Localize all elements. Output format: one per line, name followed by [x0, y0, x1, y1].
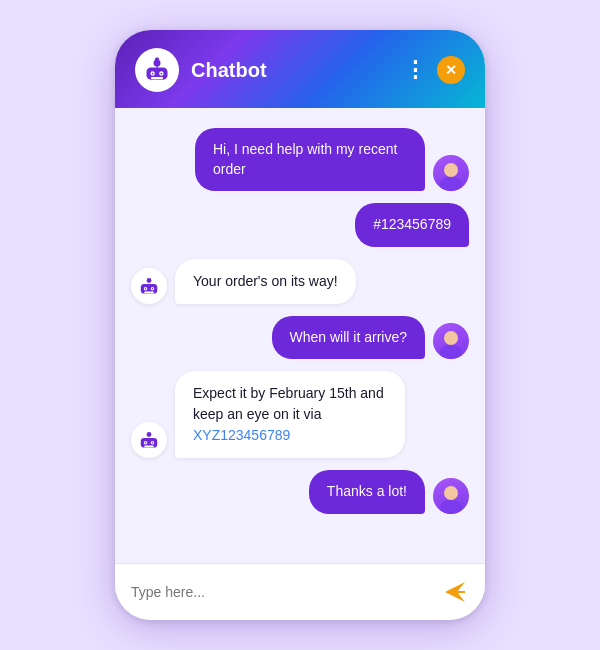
chat-messages: Hi, I need help with my recent order #12…: [115, 108, 485, 563]
bot-bubble: Your order's on its way!: [175, 259, 356, 304]
svg-point-7: [152, 73, 154, 75]
list-item: Your order's on its way!: [131, 259, 469, 304]
bot-avatar: [131, 268, 167, 304]
svg-point-21: [145, 442, 146, 443]
user-bubble: Hi, I need help with my recent order: [195, 128, 425, 191]
svg-point-5: [155, 58, 159, 62]
tracking-link[interactable]: XYZ123456789: [193, 427, 290, 443]
bot-bubble-with-link: Expect it by February 15th and keep an e…: [175, 371, 405, 458]
header-actions: ⋮ ✕: [404, 56, 465, 84]
list-item: Thanks a lot!: [131, 470, 469, 514]
list-item: Hi, I need help with my recent order: [131, 128, 469, 191]
user-avatar-face: [433, 323, 469, 359]
send-icon: [441, 578, 469, 606]
user-bubble: #123456789: [355, 203, 469, 247]
svg-rect-13: [144, 291, 154, 293]
list-item: Expect it by February 15th and keep an e…: [131, 371, 469, 458]
chatbot-title: Chatbot: [191, 59, 392, 82]
avatar: [433, 323, 469, 359]
user-avatar-face: [433, 478, 469, 514]
robot-icon: [143, 56, 171, 84]
svg-point-22: [152, 442, 153, 443]
svg-point-14: [145, 288, 146, 289]
avatar: [433, 478, 469, 514]
svg-rect-4: [151, 77, 163, 79]
svg-point-8: [161, 73, 163, 75]
send-button[interactable]: [441, 578, 469, 606]
robot-small-icon: [138, 275, 160, 297]
user-avatar-face: [433, 155, 469, 191]
close-button[interactable]: ✕: [437, 56, 465, 84]
chat-input-area: [115, 563, 485, 620]
user-bubble: Thanks a lot!: [309, 470, 425, 514]
avatar: [433, 155, 469, 191]
robot-small-icon-2: [138, 429, 160, 451]
chat-header: Chatbot ⋮ ✕: [115, 30, 485, 108]
list-item: #123456789: [131, 203, 469, 247]
svg-point-15: [152, 288, 153, 289]
bot-avatar-header: [135, 48, 179, 92]
more-options-button[interactable]: ⋮: [404, 59, 427, 81]
svg-point-16: [147, 432, 152, 437]
bot-avatar: [131, 422, 167, 458]
svg-rect-20: [144, 446, 154, 448]
svg-point-9: [147, 278, 152, 283]
user-bubble: When will it arrive?: [272, 316, 425, 360]
list-item: When will it arrive?: [131, 316, 469, 360]
chat-input[interactable]: [131, 584, 431, 600]
chat-window: Chatbot ⋮ ✕ Hi, I need help with my rece…: [115, 30, 485, 620]
